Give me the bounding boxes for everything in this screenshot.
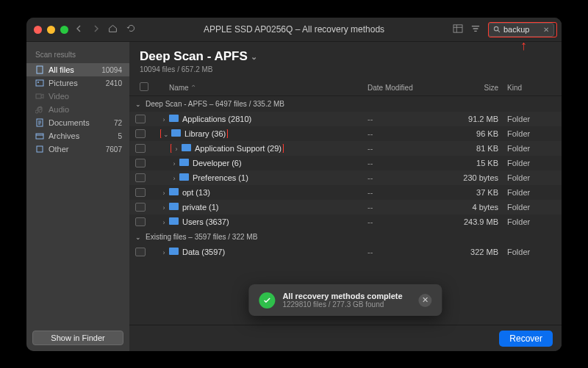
row-checkbox[interactable] [135, 144, 146, 153]
table-row[interactable]: ⌄Library (36)--96 KBFolder [129, 126, 562, 141]
home-icon[interactable] [107, 24, 119, 35]
row-kind: Folder [507, 248, 551, 256]
forward-button[interactable] [90, 24, 101, 35]
row-checkbox[interactable] [135, 188, 146, 197]
row-checkbox[interactable] [135, 173, 146, 182]
disclosure-icon[interactable]: ⌄ [135, 234, 143, 241]
search-icon [493, 26, 501, 34]
annotation-arrow: ↑ [520, 38, 527, 54]
folder-icon [182, 144, 191, 151]
page-title[interactable]: Deep Scan - APFS ⌄ [140, 49, 551, 64]
table-row[interactable]: ›private (1)--4 bytesFolder [129, 200, 562, 214]
sidebar-item-label: Documents [49, 118, 90, 127]
sidebar-item-label: Video [49, 92, 69, 101]
svg-rect-2 [37, 66, 43, 73]
group-header[interactable]: ⌄Existing files – 3597 files / 322 MB [129, 229, 562, 245]
disclosure-icon[interactable]: › [160, 204, 168, 212]
row-checkbox[interactable] [135, 115, 146, 123]
search-box[interactable]: ✕ [488, 23, 554, 37]
row-size: 230 bytes [448, 173, 507, 182]
search-input[interactable] [503, 25, 540, 34]
maximize-window[interactable] [60, 26, 68, 34]
disclosure-icon[interactable]: › [173, 145, 180, 153]
sidebar-item-all-files[interactable]: All files 10094 [26, 63, 129, 76]
completion-toast: All recovery methods complete 1229810 fi… [248, 284, 442, 316]
window-controls [34, 26, 68, 34]
row-checkbox[interactable] [135, 248, 146, 256]
table-row[interactable]: ›Preferences (1)--230 bytesFolder [129, 170, 562, 185]
row-size: 15 KB [448, 159, 507, 167]
disclosure-icon[interactable]: › [160, 190, 168, 197]
sidebar-item-documents[interactable]: Documents 72 [26, 116, 129, 129]
disclosure-icon[interactable]: › [171, 175, 178, 182]
row-checkbox[interactable] [135, 217, 146, 226]
column-size[interactable]: Size [448, 84, 507, 92]
folder-icon [169, 203, 179, 210]
sidebar-item-other[interactable]: Other 7607 [26, 142, 129, 156]
disclosure-icon[interactable]: › [160, 116, 168, 123]
table-row[interactable]: ›opt (13)--37 KBFolder [129, 185, 562, 200]
svg-point-1 [494, 26, 498, 31]
show-in-finder-button[interactable]: Show in Finder [32, 331, 123, 345]
sidebar-item-count: 7607 [106, 145, 122, 154]
row-checkbox[interactable] [135, 129, 146, 138]
table-row[interactable]: ›Applications (2810)--91.2 MBFolder [129, 112, 562, 126]
disclosure-icon[interactable]: › [171, 160, 178, 167]
chevron-down-icon[interactable]: ⌄ [251, 52, 257, 62]
row-date: -- [368, 159, 448, 167]
page-subtitle: 10094 files / 657.2 MB [140, 65, 551, 73]
main-panel: Deep Scan - APFS ⌄ 10094 files / 657.2 M… [129, 42, 562, 351]
success-check-icon [259, 292, 275, 309]
footer-bar: Recover [129, 325, 562, 351]
group-header[interactable]: ⌄Deep Scan - APFS – 6497 files / 335.2 M… [129, 96, 562, 112]
toast-close-icon[interactable]: ✕ [419, 294, 432, 307]
row-date: -- [368, 248, 448, 256]
row-date: -- [368, 173, 448, 182]
table-row[interactable]: ›Developer (6)--15 KBFolder [129, 156, 562, 170]
app-window: APPLE SSD AP0256Q – All recovery methods… [26, 18, 562, 351]
row-size: 37 KB [448, 188, 507, 197]
table-row[interactable]: ›Users (3637)--243.9 MBFolder [129, 214, 562, 229]
table-row[interactable]: ›Data (3597)--322 MBFolder [129, 245, 562, 259]
sidebar-item-pictures[interactable]: Pictures 2410 [26, 76, 129, 90]
row-date: -- [368, 129, 448, 138]
row-kind: Folder [507, 188, 551, 197]
sidebar-item-audio[interactable]: Audio [26, 103, 129, 116]
close-window[interactable] [34, 26, 42, 34]
select-all-checkbox[interactable] [140, 82, 148, 91]
column-kind[interactable]: Kind [507, 84, 551, 92]
row-size: 4 bytes [448, 203, 507, 212]
sidebar-item-count: 10094 [101, 66, 122, 74]
column-name[interactable]: Name ⌃ [150, 84, 368, 92]
disclosure-icon[interactable]: › [160, 219, 168, 226]
sidebar-item-label: All files [49, 65, 74, 74]
row-kind: Folder [507, 217, 551, 226]
filter-icon[interactable] [470, 24, 481, 35]
back-button[interactable] [74, 24, 85, 35]
sidebar-item-video[interactable]: Video [26, 90, 129, 103]
folder-name: Preferences (1) [193, 173, 248, 182]
disclosure-icon[interactable]: ⌄ [135, 101, 143, 108]
disclosure-icon[interactable]: ⌄ [162, 131, 170, 138]
clear-search-icon[interactable]: ✕ [543, 26, 549, 34]
video-icon [35, 92, 44, 101]
svg-point-4 [37, 82, 39, 83]
sidebar-item-label: Archives [49, 131, 79, 140]
row-date: -- [368, 115, 448, 123]
minimize-window[interactable] [47, 26, 55, 34]
disclosure-icon[interactable]: › [160, 249, 168, 256]
recover-button[interactable]: Recover [499, 331, 553, 347]
view-mode-icon[interactable] [453, 24, 463, 35]
audio-icon [35, 105, 44, 114]
folder-name: private (1) [182, 203, 219, 212]
folder-icon [169, 217, 179, 225]
row-kind: Folder [507, 115, 551, 123]
undo-icon[interactable] [125, 24, 137, 35]
svg-rect-0 [453, 24, 462, 32]
sidebar-item-archives[interactable]: Archives 5 [26, 129, 129, 142]
row-checkbox[interactable] [135, 203, 146, 212]
row-checkbox[interactable] [135, 159, 146, 167]
doc-icon [35, 65, 44, 74]
table-row[interactable]: ›Application Support (29)--81 KBFolder [129, 141, 562, 156]
column-date[interactable]: Date Modified [368, 84, 448, 92]
